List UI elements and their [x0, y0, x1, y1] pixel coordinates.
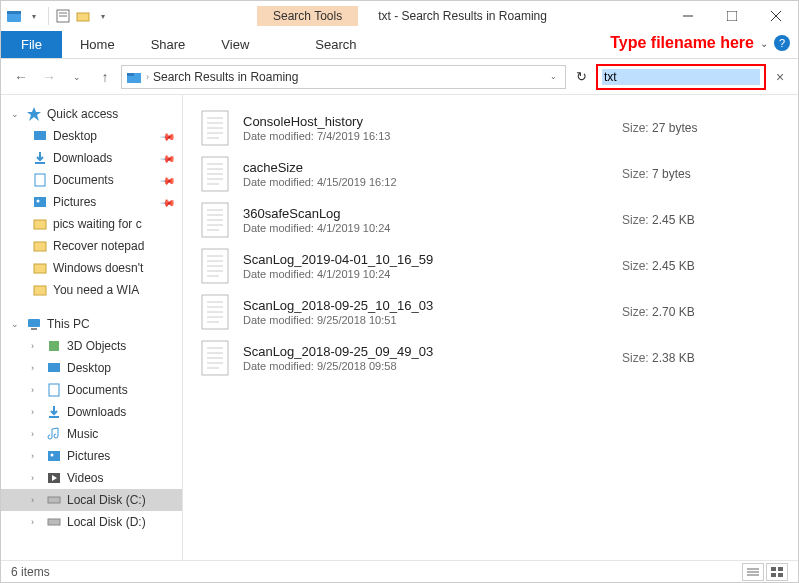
- file-modified: Date modified: 4/1/2019 10:24: [243, 268, 610, 280]
- chevron-right-icon[interactable]: ›: [31, 517, 41, 527]
- svg-rect-26: [48, 451, 60, 461]
- file-name: ScanLog_2018-09-25_10_16_03: [243, 298, 610, 313]
- tree-label: Downloads: [67, 405, 126, 419]
- address-folder-icon: [126, 69, 142, 85]
- qat-newfolder-icon[interactable]: [74, 7, 92, 25]
- tab-home[interactable]: Home: [62, 31, 133, 58]
- tree-this-pc[interactable]: ⌄ This PC: [1, 313, 182, 335]
- close-button[interactable]: [754, 1, 798, 31]
- sidebar-item[interactable]: Downloads📌: [1, 147, 182, 169]
- search-input[interactable]: [602, 69, 760, 85]
- status-item-count: 6 items: [11, 565, 50, 579]
- folder-icon: [31, 172, 49, 188]
- status-bar: 6 items: [1, 560, 798, 582]
- qat-properties-icon[interactable]: [54, 7, 72, 25]
- drive-icon: [45, 382, 63, 398]
- sidebar-item[interactable]: ›3D Objects: [1, 335, 182, 357]
- address-bar[interactable]: › Search Results in Roaming ⌄: [121, 65, 566, 89]
- nav-recent-dropdown[interactable]: ⌄: [65, 65, 89, 89]
- drive-icon: [45, 404, 63, 420]
- chevron-right-icon[interactable]: ›: [31, 385, 41, 395]
- minimize-button[interactable]: [666, 1, 710, 31]
- tree-label: Documents: [53, 173, 114, 187]
- help-icon[interactable]: ?: [774, 35, 790, 51]
- result-row[interactable]: cacheSizeDate modified: 4/15/2019 16:12S…: [183, 151, 798, 197]
- sidebar-item[interactable]: Recover notepad: [1, 235, 182, 257]
- sidebar-item[interactable]: pics waiting for c: [1, 213, 182, 235]
- address-dropdown-icon[interactable]: ⌄: [546, 72, 561, 81]
- sidebar-item[interactable]: ›Pictures: [1, 445, 182, 467]
- result-row[interactable]: 360safeScanLogDate modified: 4/1/2019 10…: [183, 197, 798, 243]
- chevron-right-icon[interactable]: ›: [31, 495, 41, 505]
- sidebar-item[interactable]: You need a WIA: [1, 279, 182, 301]
- file-size: Size: 2.70 KB: [622, 305, 782, 319]
- tab-share[interactable]: Share: [133, 31, 204, 58]
- file-size: Size: 2.38 KB: [622, 351, 782, 365]
- nav-forward-button[interactable]: →: [37, 65, 61, 89]
- pin-icon: 📌: [160, 128, 176, 144]
- file-name: cacheSize: [243, 160, 610, 175]
- svg-rect-19: [34, 264, 46, 273]
- tab-view[interactable]: View: [203, 31, 267, 58]
- sidebar-item[interactable]: ›Local Disk (D:): [1, 511, 182, 533]
- result-row[interactable]: ScanLog_2018-09-25_09_49_03Date modified…: [183, 335, 798, 381]
- refresh-button[interactable]: ↻: [570, 66, 592, 88]
- sidebar-item[interactable]: ›Documents: [1, 379, 182, 401]
- sidebar-item[interactable]: Windows doesn't: [1, 257, 182, 279]
- tab-search[interactable]: Search: [297, 31, 374, 58]
- view-details-button[interactable]: [742, 563, 764, 581]
- svg-rect-14: [35, 174, 45, 186]
- chevron-down-icon[interactable]: ⌄: [11, 319, 21, 329]
- nav-back-button[interactable]: ←: [9, 65, 33, 89]
- chevron-right-icon[interactable]: ›: [31, 451, 41, 461]
- sidebar-item[interactable]: Desktop📌: [1, 125, 182, 147]
- ribbon: File Home Share View Search Type filenam…: [1, 31, 798, 59]
- breadcrumb[interactable]: Search Results in Roaming: [153, 70, 542, 84]
- tree-label: pics waiting for c: [53, 217, 142, 231]
- sidebar-item[interactable]: ›Downloads: [1, 401, 182, 423]
- result-row[interactable]: ConsoleHost_historyDate modified: 7/4/20…: [183, 105, 798, 151]
- chevron-right-icon[interactable]: ›: [31, 363, 41, 373]
- chevron-down-icon[interactable]: ⌄: [11, 109, 21, 119]
- qat-customize-icon[interactable]: ▾: [94, 7, 112, 25]
- drive-icon: [45, 492, 63, 508]
- svg-rect-11: [127, 73, 134, 76]
- svg-rect-73: [771, 573, 776, 577]
- svg-marker-12: [27, 107, 41, 121]
- sidebar-item[interactable]: Documents📌: [1, 169, 182, 191]
- chevron-right-icon[interactable]: ›: [31, 429, 41, 439]
- sidebar-item[interactable]: Pictures📌: [1, 191, 182, 213]
- sidebar-item[interactable]: ›Local Disk (C:): [1, 489, 182, 511]
- navigation-pane: ⌄ Quick access Desktop📌Downloads📌Documen…: [1, 95, 183, 560]
- search-box[interactable]: [596, 64, 766, 90]
- tab-file[interactable]: File: [1, 31, 62, 58]
- nav-up-button[interactable]: ↑: [93, 65, 117, 89]
- tree-label: Quick access: [47, 107, 118, 121]
- tree-quick-access[interactable]: ⌄ Quick access: [1, 103, 182, 125]
- svg-point-27: [51, 454, 54, 457]
- qat-dropdown-icon[interactable]: ▾: [25, 7, 43, 25]
- result-row[interactable]: ScanLog_2018-09-25_10_16_03Date modified…: [183, 289, 798, 335]
- tree-label: You need a WIA: [53, 283, 139, 297]
- result-row[interactable]: ScanLog_2019-04-01_10_16_59Date modified…: [183, 243, 798, 289]
- tree-label: Downloads: [53, 151, 112, 165]
- results-pane: ConsoleHost_historyDate modified: 7/4/20…: [183, 95, 798, 560]
- svg-rect-23: [49, 341, 59, 351]
- clear-search-button[interactable]: ×: [770, 69, 790, 85]
- maximize-button[interactable]: [710, 1, 754, 31]
- chevron-right-icon[interactable]: ›: [31, 341, 41, 351]
- tree-label: Documents: [67, 383, 128, 397]
- folder-icon: [31, 150, 49, 166]
- file-modified: Date modified: 9/25/2018 10:51: [243, 314, 610, 326]
- chevron-right-icon[interactable]: ›: [31, 407, 41, 417]
- sidebar-item[interactable]: ›Desktop: [1, 357, 182, 379]
- view-thumbnails-button[interactable]: [766, 563, 788, 581]
- sidebar-item[interactable]: ›Videos: [1, 467, 182, 489]
- tree-label: Music: [67, 427, 98, 441]
- tree-label: 3D Objects: [67, 339, 126, 353]
- ribbon-expand-icon[interactable]: ⌄: [760, 38, 768, 49]
- folder-icon: [31, 194, 49, 210]
- chevron-right-icon[interactable]: ›: [31, 473, 41, 483]
- sidebar-item[interactable]: ›Music: [1, 423, 182, 445]
- quick-access-icon: [25, 106, 43, 122]
